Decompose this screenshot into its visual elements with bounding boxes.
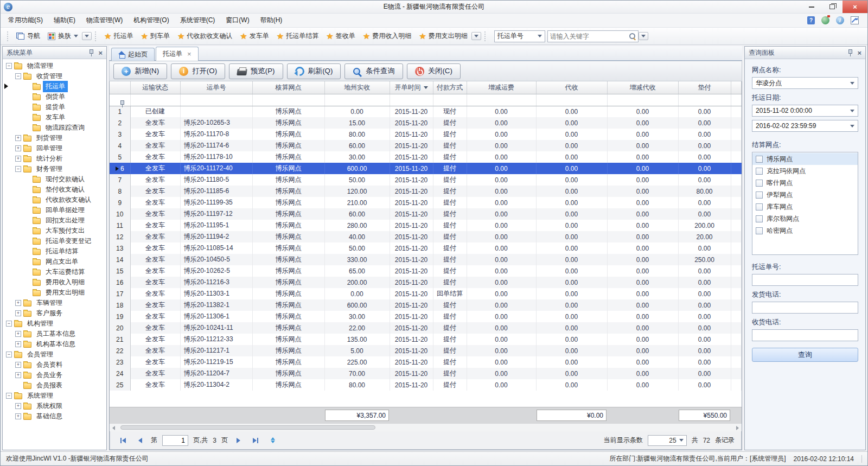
cell[interactable]: 30.00 xyxy=(324,151,390,163)
cell[interactable]: 提付 xyxy=(433,356,467,368)
row-number-cell[interactable]: 22 xyxy=(110,345,130,356)
cell[interactable]: 30.00 xyxy=(324,311,390,322)
search-icon[interactable] xyxy=(629,33,636,40)
cell[interactable]: 0.00 xyxy=(607,379,678,391)
cell[interactable]: 全发车 xyxy=(130,379,180,391)
action-button-power[interactable]: 关闭(C) xyxy=(407,63,461,79)
cell[interactable]: 0.00 xyxy=(467,368,536,379)
filter-cell[interactable] xyxy=(467,94,536,106)
table-row[interactable]: 3全发车博乐20-11170-8博乐网点80.002015-11-20提付0.0… xyxy=(110,129,742,140)
settle-site-item[interactable]: 博乐网点 xyxy=(752,153,858,165)
cell[interactable]: 70.00 xyxy=(324,368,390,379)
cell[interactable]: 2015-11-20 xyxy=(390,334,433,345)
cell[interactable]: 2015-11-20 xyxy=(390,117,433,129)
cell[interactable]: 0.00 xyxy=(607,322,678,334)
settle-site-item[interactable]: 库车网点 xyxy=(752,201,858,213)
cell[interactable]: 0.00 xyxy=(467,242,536,254)
favorite-shortcut[interactable]: ★费用支出明细 xyxy=(415,31,471,41)
cell[interactable]: 0.00 xyxy=(536,379,607,391)
toolbar-grip[interactable] xyxy=(7,31,9,41)
sidebar-item[interactable]: 回扣支出处理 xyxy=(3,215,106,226)
sidebar-item[interactable]: 网点支出单 xyxy=(3,257,106,267)
cell[interactable]: 0.00 xyxy=(607,265,678,277)
cell[interactable]: 提付 xyxy=(433,368,467,379)
favorites-overflow-button[interactable] xyxy=(471,32,481,40)
action-button-add[interactable]: 新增(N) xyxy=(113,63,167,79)
sidebar-item[interactable]: −物流管理 xyxy=(3,61,106,71)
cell[interactable]: 2015-11-20 xyxy=(390,163,433,174)
cell[interactable]: 全发车 xyxy=(130,117,180,129)
cell[interactable]: 200.00 xyxy=(678,220,731,231)
cell[interactable]: 全发车 xyxy=(130,186,180,197)
sidebar-item[interactable]: 托运单 xyxy=(3,81,106,92)
cell[interactable]: 全发车 xyxy=(130,288,180,299)
cell[interactable]: 提付 xyxy=(433,231,467,242)
table-row[interactable]: 21全发车博乐20-11212-33博乐网点135.002015-11-20提付… xyxy=(110,334,742,345)
cell[interactable]: 2015-11-20 xyxy=(390,220,433,231)
cell[interactable]: 博乐20-11212-33 xyxy=(180,334,252,345)
cell[interactable]: 博乐网点 xyxy=(252,163,324,174)
cell[interactable]: 博乐20-11219-15 xyxy=(180,356,252,368)
filter-cell[interactable] xyxy=(324,94,390,106)
cell[interactable]: 提付 xyxy=(433,151,467,163)
cell[interactable]: 0.00 xyxy=(467,299,536,311)
cell[interactable]: 博乐20-10241-11 xyxy=(180,322,252,334)
action-button-search[interactable]: 条件查询 xyxy=(344,63,403,79)
scroll-left-icon[interactable] xyxy=(112,426,115,430)
tab-close-icon[interactable]: × xyxy=(187,52,192,57)
filter-cell[interactable] xyxy=(536,94,607,106)
cell[interactable]: 提付 xyxy=(433,299,467,311)
cell[interactable]: 博乐网点 xyxy=(252,186,324,197)
row-number-cell[interactable]: 15 xyxy=(110,265,130,277)
cell[interactable]: 0.00 xyxy=(536,356,607,368)
tree-expander-icon[interactable]: − xyxy=(6,321,12,327)
cell[interactable]: 博乐20-11195-1 xyxy=(180,220,252,231)
cell[interactable]: 2015-11-20 xyxy=(390,345,433,356)
cell[interactable]: 225.00 xyxy=(324,356,390,368)
cell[interactable]: 50.00 xyxy=(324,174,390,186)
cell[interactable]: 0.00 xyxy=(324,288,390,299)
cell[interactable]: 0.00 xyxy=(607,277,678,288)
waybill-number-input[interactable] xyxy=(752,274,858,286)
sidebar-item[interactable]: 大车运费结算 xyxy=(3,267,106,277)
cell[interactable]: 210.00 xyxy=(324,197,390,208)
cell[interactable]: 0.00 xyxy=(678,379,731,391)
cell[interactable]: 全发车 xyxy=(130,242,180,254)
cell[interactable]: 全发车 xyxy=(130,140,180,151)
cell[interactable]: 现付 xyxy=(433,106,467,117)
cell[interactable]: 全发车 xyxy=(130,277,180,288)
cell[interactable]: 0.00 xyxy=(678,208,731,220)
close-button[interactable]: × xyxy=(843,1,867,13)
cell[interactable]: 0.00 xyxy=(536,151,607,163)
tab[interactable]: 起始页 xyxy=(111,48,155,61)
sidebar-item[interactable]: 代收款收支确认 xyxy=(3,195,106,205)
cell[interactable]: 2015-11-20 xyxy=(390,379,433,391)
row-number-cell[interactable]: 8 xyxy=(110,186,130,197)
column-header[interactable]: 地州实收 xyxy=(324,81,390,94)
cell[interactable]: 50.00 xyxy=(324,242,390,254)
cell[interactable]: 0.00 xyxy=(467,117,536,129)
tree-expander-icon[interactable]: − xyxy=(6,393,12,399)
table-row[interactable]: 12全发车博乐20-11194-2博乐网点40.002015-11-20提付0.… xyxy=(110,231,742,242)
cell[interactable]: 2015-11-20 xyxy=(390,106,433,117)
cell[interactable]: 0.00 xyxy=(536,129,607,140)
column-header[interactable]: 付款方式 xyxy=(433,81,467,94)
cell[interactable]: 博乐网点 xyxy=(252,379,324,391)
menu-item[interactable]: 帮助(H) xyxy=(255,13,288,28)
cell[interactable]: 0.00 xyxy=(607,288,678,299)
page-size-select[interactable]: 25 xyxy=(648,435,687,446)
cell[interactable] xyxy=(180,106,252,117)
row-number-cell[interactable]: 23 xyxy=(110,356,130,368)
action-button-preview[interactable]: 预览(P) xyxy=(229,63,283,79)
cell[interactable]: 0.00 xyxy=(536,220,607,231)
cell[interactable]: 回单结算 xyxy=(433,288,467,299)
cell[interactable]: 博乐网点 xyxy=(252,299,324,311)
cell[interactable]: 250.00 xyxy=(678,254,731,265)
cell[interactable]: 2015-11-20 xyxy=(390,368,433,379)
row-number-cell[interactable]: 7 xyxy=(110,174,130,186)
column-header[interactable]: 运单号 xyxy=(180,81,252,94)
table-row[interactable]: 5全发车博乐20-11178-10博乐网点30.002015-11-20提付0.… xyxy=(110,151,742,163)
row-number-cell[interactable]: 10 xyxy=(110,208,130,220)
sidebar-item[interactable]: +系统权限 xyxy=(3,401,106,411)
cell[interactable]: 提付 xyxy=(433,208,467,220)
